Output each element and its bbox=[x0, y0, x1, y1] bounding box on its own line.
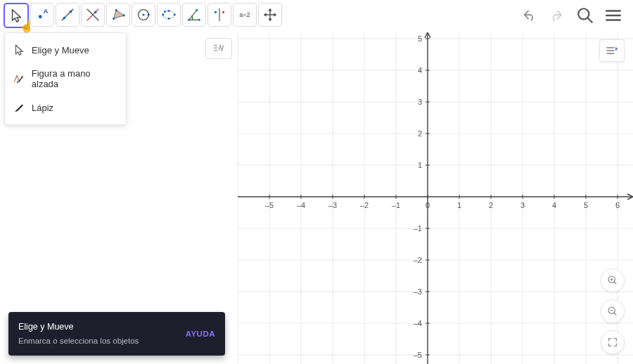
svg-point-21 bbox=[196, 9, 198, 11]
svg-text:1: 1 bbox=[457, 201, 461, 209]
svg-text:5: 5 bbox=[584, 201, 588, 209]
svg-point-0 bbox=[39, 15, 42, 18]
grid: –5–4–3–2–10123456–5–4–3–2–112345 bbox=[238, 32, 633, 364]
tool-transform[interactable] bbox=[207, 3, 231, 27]
svg-text:–2: –2 bbox=[360, 201, 369, 209]
search-icon bbox=[576, 6, 594, 25]
svg-text:–5: –5 bbox=[414, 351, 422, 359]
circle-icon bbox=[136, 7, 151, 22]
svg-point-12 bbox=[142, 13, 144, 15]
tool-angle[interactable] bbox=[182, 3, 206, 27]
svg-point-3 bbox=[63, 17, 66, 20]
zoom-out-icon bbox=[607, 306, 618, 317]
home-zoom-button[interactable] bbox=[601, 330, 625, 354]
dropdown-item-pen[interactable]: Lápiz bbox=[5, 95, 126, 120]
graphics-view[interactable]: –5–4–3–2–10123456–5–4–3–2–112345 bbox=[238, 32, 633, 364]
svg-line-29 bbox=[587, 18, 592, 22]
perpendicular-icon bbox=[85, 7, 101, 22]
redo-icon bbox=[549, 8, 565, 23]
search-button[interactable] bbox=[575, 5, 596, 26]
svg-point-8 bbox=[113, 18, 115, 20]
line-icon bbox=[60, 7, 75, 22]
zoom-in-button[interactable] bbox=[601, 268, 625, 292]
svg-text:–4: –4 bbox=[414, 319, 422, 327]
svg-text:3: 3 bbox=[418, 98, 422, 106]
svg-point-18 bbox=[168, 18, 170, 20]
tool-point[interactable]: A bbox=[30, 3, 54, 27]
svg-text:2: 2 bbox=[418, 129, 422, 138]
undo-button[interactable] bbox=[518, 5, 539, 26]
tool-polygon[interactable] bbox=[106, 3, 130, 27]
svg-text:–1: –1 bbox=[392, 201, 400, 209]
svg-point-7 bbox=[94, 11, 97, 14]
point-icon: A bbox=[34, 7, 50, 22]
svg-point-24 bbox=[215, 11, 217, 13]
angle-icon bbox=[186, 7, 202, 22]
polygon-icon bbox=[110, 7, 126, 22]
tool-group: A bbox=[4, 3, 282, 28]
tooltip-help-link[interactable]: AYUDA bbox=[186, 330, 215, 338]
sort-icon bbox=[211, 42, 226, 55]
svg-point-16 bbox=[174, 14, 176, 16]
zoom-in-icon bbox=[607, 275, 618, 286]
svg-text:–1: –1 bbox=[414, 224, 422, 233]
svg-text:A: A bbox=[44, 8, 49, 15]
sort-button[interactable] bbox=[205, 38, 232, 59]
svg-point-15 bbox=[162, 14, 164, 16]
dropdown-item-label: Elige y Mueve bbox=[32, 45, 89, 56]
svg-text:2: 2 bbox=[489, 201, 493, 209]
tool-move[interactable] bbox=[4, 3, 29, 28]
dropdown-item-move[interactable]: Elige y Mueve bbox=[5, 37, 126, 63]
cursor-icon bbox=[12, 43, 26, 57]
tool-line[interactable] bbox=[56, 3, 79, 27]
graphics-settings-button[interactable] bbox=[599, 39, 625, 62]
move-view-icon bbox=[262, 7, 278, 22]
svg-text:–3: –3 bbox=[328, 201, 337, 209]
tool-slider[interactable]: a=2 bbox=[233, 3, 257, 27]
conic-icon bbox=[161, 7, 177, 22]
svg-point-17 bbox=[168, 10, 170, 12]
svg-point-10 bbox=[123, 14, 125, 16]
svg-line-115 bbox=[614, 313, 616, 315]
svg-point-22 bbox=[198, 19, 200, 21]
tool-dropdown: Elige y Mueve Figura a mano alzada Lápiz bbox=[4, 32, 127, 125]
svg-text:4: 4 bbox=[552, 201, 556, 209]
redo-button[interactable] bbox=[546, 5, 568, 26]
svg-point-20 bbox=[188, 19, 190, 21]
svg-text:1: 1 bbox=[418, 161, 422, 169]
hamburger-icon bbox=[604, 6, 622, 25]
dropdown-item-label: Figura a mano alzada bbox=[32, 68, 119, 89]
undo-icon bbox=[521, 8, 537, 23]
tool-slider-label: a=2 bbox=[239, 11, 250, 18]
freehand-icon bbox=[12, 72, 26, 86]
svg-text:–4: –4 bbox=[297, 201, 305, 209]
svg-text:–3: –3 bbox=[414, 287, 422, 296]
dropdown-item-label: Lápiz bbox=[32, 103, 53, 113]
settings-icon bbox=[605, 44, 619, 58]
tool-move-view[interactable] bbox=[258, 3, 282, 27]
tooltip-desc: Enmarca o selecciona los objetos bbox=[18, 335, 139, 347]
svg-point-19 bbox=[164, 11, 166, 13]
svg-text:0: 0 bbox=[426, 201, 430, 209]
tooltip-title: Elige y Mueve bbox=[18, 320, 139, 334]
svg-text:–2: –2 bbox=[414, 256, 422, 264]
tool-circle[interactable] bbox=[132, 3, 155, 27]
svg-point-9 bbox=[115, 9, 117, 11]
toolbar: A bbox=[0, 0, 633, 31]
svg-point-25 bbox=[222, 11, 224, 13]
svg-text:–5: –5 bbox=[265, 201, 274, 209]
svg-text:4: 4 bbox=[418, 66, 422, 74]
svg-line-111 bbox=[614, 282, 616, 284]
reflect-icon bbox=[212, 7, 227, 22]
svg-point-13 bbox=[148, 13, 150, 15]
pen-icon bbox=[12, 100, 26, 115]
tool-conic[interactable] bbox=[157, 3, 181, 27]
zoom-out-button[interactable] bbox=[601, 299, 625, 323]
cursor-icon bbox=[8, 8, 24, 23]
tool-perpendicular[interactable] bbox=[81, 3, 105, 27]
tool-tooltip: Elige y Mueve Enmarca o selecciona los o… bbox=[8, 312, 225, 356]
svg-text:5: 5 bbox=[418, 34, 422, 43]
dropdown-item-freehand[interactable]: Figura a mano alzada bbox=[5, 63, 126, 95]
menu-button[interactable] bbox=[603, 5, 624, 26]
svg-text:3: 3 bbox=[520, 201, 525, 209]
